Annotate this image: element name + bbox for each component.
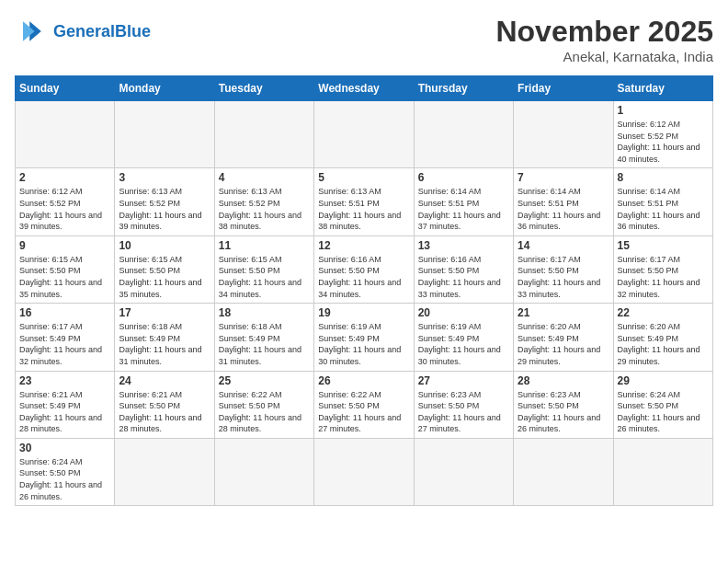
calendar-cell: 5Sunrise: 6:13 AMSunset: 5:51 PMDaylight… <box>314 168 414 236</box>
header-sunday: Sunday <box>16 76 115 101</box>
calendar-cell <box>16 101 115 168</box>
calendar-cell <box>414 101 513 168</box>
day-number: 8 <box>618 171 709 184</box>
calendar-cell: 4Sunrise: 6:13 AMSunset: 5:52 PMDaylight… <box>214 168 313 236</box>
day-info: Sunrise: 6:16 AMSunset: 5:50 PMDaylight:… <box>318 254 409 300</box>
day-info: Sunrise: 6:21 AMSunset: 5:50 PMDaylight:… <box>119 389 210 435</box>
calendar-cell: 27Sunrise: 6:23 AMSunset: 5:50 PMDayligh… <box>414 371 513 438</box>
day-info: Sunrise: 6:17 AMSunset: 5:50 PMDaylight:… <box>518 254 609 300</box>
day-info: Sunrise: 6:17 AMSunset: 5:49 PMDaylight:… <box>19 321 110 367</box>
day-number: 9 <box>19 239 110 252</box>
day-number: 15 <box>618 239 709 252</box>
day-number: 12 <box>318 239 409 252</box>
day-number: 1 <box>618 104 709 117</box>
calendar-cell: 20Sunrise: 6:19 AMSunset: 5:49 PMDayligh… <box>414 304 513 371</box>
day-info: Sunrise: 6:24 AMSunset: 5:50 PMDaylight:… <box>19 456 110 502</box>
day-number: 29 <box>618 374 709 387</box>
day-number: 30 <box>19 442 110 454</box>
logo: GeneralBlue <box>15 15 151 48</box>
month-title: November 2025 <box>495 15 713 49</box>
calendar-cell: 9Sunrise: 6:15 AMSunset: 5:50 PMDaylight… <box>16 236 115 303</box>
day-info: Sunrise: 6:13 AMSunset: 5:51 PMDaylight:… <box>318 186 409 232</box>
day-info: Sunrise: 6:23 AMSunset: 5:50 PMDaylight:… <box>418 389 509 435</box>
calendar-cell: 25Sunrise: 6:22 AMSunset: 5:50 PMDayligh… <box>214 371 313 438</box>
calendar-cell: 13Sunrise: 6:16 AMSunset: 5:50 PMDayligh… <box>414 236 513 303</box>
day-number: 25 <box>219 374 310 387</box>
day-number: 7 <box>518 171 609 184</box>
calendar-cell: 2Sunrise: 6:12 AMSunset: 5:52 PMDaylight… <box>16 168 115 236</box>
calendar-cell: 6Sunrise: 6:14 AMSunset: 5:51 PMDaylight… <box>414 168 513 236</box>
calendar-cell <box>314 101 414 168</box>
day-number: 19 <box>318 306 409 319</box>
day-number: 3 <box>119 171 210 184</box>
day-info: Sunrise: 6:12 AMSunset: 5:52 PMDaylight:… <box>618 119 709 165</box>
calendar-cell: 22Sunrise: 6:20 AMSunset: 5:49 PMDayligh… <box>613 304 712 371</box>
header-monday: Monday <box>115 76 214 101</box>
page-header: GeneralBlue November 2025 Anekal, Karnat… <box>15 15 713 64</box>
calendar-table: Sunday Monday Tuesday Wednesday Thursday… <box>15 75 713 506</box>
weekday-header-row: Sunday Monday Tuesday Wednesday Thursday… <box>16 76 713 101</box>
calendar-cell: 21Sunrise: 6:20 AMSunset: 5:49 PMDayligh… <box>514 304 613 371</box>
day-number: 17 <box>119 306 210 319</box>
calendar-cell: 10Sunrise: 6:15 AMSunset: 5:50 PMDayligh… <box>115 236 214 303</box>
calendar-cell: 12Sunrise: 6:16 AMSunset: 5:50 PMDayligh… <box>314 236 414 303</box>
calendar-cell <box>414 438 513 505</box>
day-info: Sunrise: 6:22 AMSunset: 5:50 PMDaylight:… <box>219 389 310 435</box>
day-info: Sunrise: 6:18 AMSunset: 5:49 PMDaylight:… <box>119 321 210 367</box>
day-info: Sunrise: 6:14 AMSunset: 5:51 PMDaylight:… <box>518 186 609 232</box>
header-friday: Friday <box>514 76 613 101</box>
header-thursday: Thursday <box>414 76 513 101</box>
day-info: Sunrise: 6:17 AMSunset: 5:50 PMDaylight:… <box>618 254 709 300</box>
day-number: 24 <box>119 374 210 387</box>
calendar-cell: 16Sunrise: 6:17 AMSunset: 5:49 PMDayligh… <box>16 304 115 371</box>
calendar-cell <box>115 438 214 505</box>
day-number: 16 <box>19 306 110 319</box>
calendar-cell: 30Sunrise: 6:24 AMSunset: 5:50 PMDayligh… <box>16 438 115 505</box>
day-info: Sunrise: 6:23 AMSunset: 5:50 PMDaylight:… <box>518 389 609 435</box>
day-number: 4 <box>219 171 310 184</box>
day-info: Sunrise: 6:20 AMSunset: 5:49 PMDaylight:… <box>618 321 709 367</box>
day-info: Sunrise: 6:15 AMSunset: 5:50 PMDaylight:… <box>19 254 110 300</box>
day-info: Sunrise: 6:13 AMSunset: 5:52 PMDaylight:… <box>219 186 310 232</box>
day-info: Sunrise: 6:19 AMSunset: 5:49 PMDaylight:… <box>418 321 509 367</box>
day-number: 23 <box>19 374 110 387</box>
calendar-cell <box>514 438 613 505</box>
calendar-cell: 3Sunrise: 6:13 AMSunset: 5:52 PMDaylight… <box>115 168 214 236</box>
day-info: Sunrise: 6:22 AMSunset: 5:50 PMDaylight:… <box>318 389 409 435</box>
day-number: 20 <box>418 306 509 319</box>
calendar-cell <box>613 438 712 505</box>
title-block: November 2025 Anekal, Karnataka, India <box>495 15 713 64</box>
day-info: Sunrise: 6:21 AMSunset: 5:49 PMDaylight:… <box>19 389 110 435</box>
day-info: Sunrise: 6:16 AMSunset: 5:50 PMDaylight:… <box>418 254 509 300</box>
day-info: Sunrise: 6:19 AMSunset: 5:49 PMDaylight:… <box>318 321 409 367</box>
day-info: Sunrise: 6:14 AMSunset: 5:51 PMDaylight:… <box>418 186 509 232</box>
day-info: Sunrise: 6:15 AMSunset: 5:50 PMDaylight:… <box>119 254 210 300</box>
calendar-cell: 15Sunrise: 6:17 AMSunset: 5:50 PMDayligh… <box>613 236 712 303</box>
logo-icon <box>15 15 48 48</box>
subtitle: Anekal, Karnataka, India <box>495 49 713 64</box>
calendar-cell: 8Sunrise: 6:14 AMSunset: 5:51 PMDaylight… <box>613 168 712 236</box>
day-info: Sunrise: 6:12 AMSunset: 5:52 PMDaylight:… <box>19 186 110 232</box>
day-number: 28 <box>518 374 609 387</box>
calendar-cell: 19Sunrise: 6:19 AMSunset: 5:49 PMDayligh… <box>314 304 414 371</box>
calendar-cell: 29Sunrise: 6:24 AMSunset: 5:50 PMDayligh… <box>613 371 712 438</box>
calendar-cell: 28Sunrise: 6:23 AMSunset: 5:50 PMDayligh… <box>514 371 613 438</box>
calendar-cell: 23Sunrise: 6:21 AMSunset: 5:49 PMDayligh… <box>16 371 115 438</box>
day-info: Sunrise: 6:24 AMSunset: 5:50 PMDaylight:… <box>618 389 709 435</box>
calendar-cell <box>214 101 313 168</box>
day-number: 5 <box>318 171 409 184</box>
day-info: Sunrise: 6:20 AMSunset: 5:49 PMDaylight:… <box>518 321 609 367</box>
header-wednesday: Wednesday <box>314 76 414 101</box>
calendar-cell <box>214 438 313 505</box>
day-number: 10 <box>119 239 210 252</box>
calendar-cell <box>514 101 613 168</box>
day-number: 13 <box>418 239 509 252</box>
logo-text: GeneralBlue <box>53 22 151 41</box>
day-info: Sunrise: 6:13 AMSunset: 5:52 PMDaylight:… <box>119 186 210 232</box>
day-number: 26 <box>318 374 409 387</box>
day-number: 22 <box>618 306 709 319</box>
calendar-cell: 7Sunrise: 6:14 AMSunset: 5:51 PMDaylight… <box>514 168 613 236</box>
header-saturday: Saturday <box>613 76 712 101</box>
day-number: 2 <box>19 171 110 184</box>
calendar-cell: 17Sunrise: 6:18 AMSunset: 5:49 PMDayligh… <box>115 304 214 371</box>
